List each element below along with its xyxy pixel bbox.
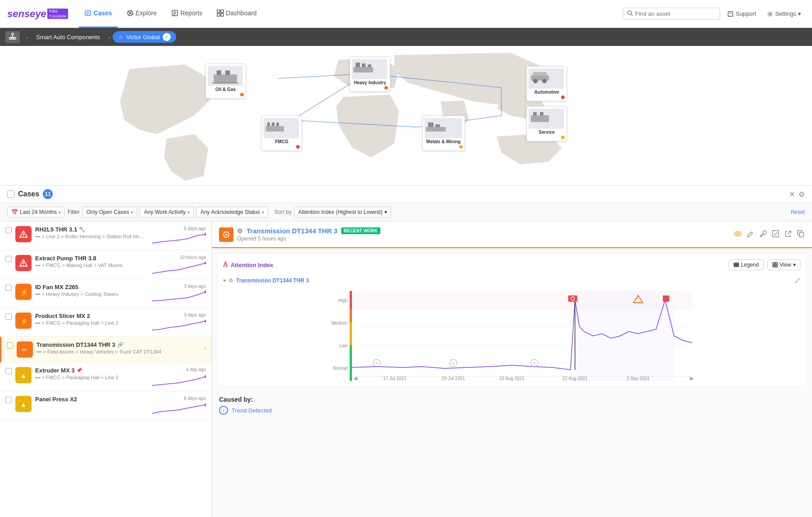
chart-area: Λ Attention Index Legend View ▾: [217, 254, 807, 387]
case-select-arrow: ›: [204, 345, 206, 352]
breadcrumb-site-label: Victor Global: [126, 34, 160, 41]
node-automotive-label: Automotive: [529, 90, 565, 95]
world-map: Oil & Gas Heavy Industry Automotive: [5, 50, 807, 181]
svg-text:22 Aug 2021: 22 Aug 2021: [562, 376, 588, 381]
node-fmcg-label: FMCG: [264, 139, 300, 144]
svg-rect-73: [734, 264, 739, 265]
case-path: ••• > Field Assets > Heavy Vehicles > Tr…: [36, 349, 199, 354]
svg-text:▶: ▶: [690, 375, 694, 381]
logo-pdm: PdMComplete: [47, 9, 68, 19]
svg-rect-74: [734, 266, 739, 267]
case-item[interactable]: ⚡ ID Fan MX Z265 ••• > Heavy Industry > …: [0, 279, 211, 308]
case-checkbox[interactable]: [5, 227, 12, 233]
chart-title: Λ Attention Index: [223, 261, 729, 269]
search-input[interactable]: [635, 10, 716, 17]
site-node-service[interactable]: Service: [526, 106, 567, 141]
case-item[interactable]: Extract Pump THR 3.8 ••• > FMCG > Making…: [0, 250, 211, 279]
ack-status-label: Any Acknowledge Status: [201, 209, 260, 215]
open-cases-filter-btn[interactable]: Only Open Cases ▾: [82, 207, 137, 218]
case-name: RH2L5 THR 3.1 🔧: [35, 226, 148, 233]
site-node-metals-mining[interactable]: Metals & Mining: [422, 116, 465, 151]
settings-filter-btn[interactable]: ⚙: [798, 190, 805, 199]
case-info: ID Fan MX Z265 ••• > Heavy Industry > Co…: [35, 284, 148, 297]
case-name: Panel Press X2: [35, 396, 148, 403]
case-info: Panel Press X2: [35, 396, 148, 403]
svg-rect-41: [266, 126, 284, 132]
svg-text:Medium: Medium: [331, 321, 347, 326]
site-node-heavy-industry[interactable]: Heavy Industry: [350, 57, 390, 92]
breadcrumb-org-icon: [5, 31, 20, 43]
breadcrumb-org[interactable]: Smart Auto Components: [31, 32, 105, 42]
case-severity-icon: ✏: [17, 341, 33, 358]
svg-text:◀: ◀: [353, 375, 358, 381]
support-btn[interactable]: Support: [724, 9, 760, 19]
svg-point-39: [533, 79, 538, 83]
svg-rect-100: [568, 295, 577, 302]
svg-text:▲: ▲: [20, 372, 27, 379]
open-cases-label: Only Open Cases: [87, 209, 129, 215]
svg-point-58: [205, 290, 206, 293]
reset-btn[interactable]: Reset: [791, 209, 805, 215]
svg-text:Normal: Normal: [333, 366, 347, 371]
node-oil-gas-label: Oil & Gas: [208, 87, 244, 92]
case-time: 5 days ago: [184, 226, 206, 231]
legend-btn[interactable]: Legend: [729, 259, 764, 270]
expand-chart-btn[interactable]: ⤢: [794, 276, 801, 286]
breadcrumb-site[interactable]: ☆ Victor Global ✓: [113, 31, 176, 43]
view-btn[interactable]: View ▾: [767, 259, 801, 270]
settings-label: Settings: [775, 10, 796, 17]
caused-by-section: Caused by: ↓ Trend Detected: [212, 392, 812, 418]
ack-status-filter-btn[interactable]: Any Acknowledge Status ▾: [196, 207, 268, 218]
copy-btn[interactable]: [797, 230, 805, 240]
nav-explore-label: Explore: [136, 9, 157, 17]
svg-text:3 Sep 2021: 3 Sep 2021: [626, 376, 650, 381]
sort-caret: ▾: [384, 209, 387, 215]
wrench-btn[interactable]: [759, 230, 767, 240]
svg-rect-45: [426, 127, 446, 132]
case-checkbox[interactable]: [7, 342, 13, 349]
case-item-selected[interactable]: ✏ Transmission DT1344 THR 3 🔗 ••• > Fiel…: [0, 337, 211, 363]
work-activity-caret: ▾: [187, 210, 190, 215]
case-checkbox[interactable]: [5, 285, 12, 291]
case-item[interactable]: ▲ Panel Press X2 6 days ago: [0, 391, 211, 420]
svg-rect-48: [531, 115, 549, 122]
calendar-icon: 📅: [11, 209, 18, 215]
nav-cases[interactable]: Cases: [79, 0, 117, 28]
svg-rect-77: [773, 265, 775, 267]
case-name: Product Slicer MX 2: [35, 313, 148, 319]
settings-btn[interactable]: Settings ▾: [763, 9, 805, 19]
case-item[interactable]: ▲ Extruder MX 3 📌 ••• > FMCG > Packaging…: [0, 363, 211, 391]
external-link-btn[interactable]: [784, 230, 792, 240]
svg-rect-44: [276, 122, 279, 126]
edit-btn[interactable]: [746, 230, 754, 240]
work-activity-filter-btn[interactable]: Any Work Activity ▾: [140, 207, 193, 218]
case-item[interactable]: RH2L5 THR 3.1 🔧 ••• > Line 1 > Roller He…: [0, 222, 211, 250]
nav-reports[interactable]: Reports: [166, 0, 208, 28]
case-name: Extract Pump THR 3.8: [35, 255, 148, 262]
case-checkbox[interactable]: [5, 397, 12, 403]
site-node-oil-gas[interactable]: Oil & Gas: [205, 63, 246, 99]
clear-filters-btn[interactable]: ✕: [789, 190, 795, 199]
collapse-btn[interactable]: ▾: [223, 277, 226, 284]
case-time: 6 days ago: [184, 396, 206, 401]
svg-text:✏: ✏: [22, 346, 27, 354]
nav-explore[interactable]: Explore: [121, 0, 162, 28]
site-node-fmcg[interactable]: FMCG: [261, 116, 302, 151]
nav-dashboard[interactable]: Dashboard: [211, 0, 262, 28]
svg-point-56: [205, 262, 206, 264]
check-btn[interactable]: [771, 230, 780, 240]
eye-btn[interactable]: [734, 230, 742, 240]
sort-btn[interactable]: Attention Index (Highest to Lowest) ▾: [294, 207, 391, 218]
search-box[interactable]: [623, 8, 720, 20]
site-node-automotive[interactable]: Automotive: [526, 66, 567, 101]
case-checkbox[interactable]: [5, 313, 12, 320]
case-item[interactable]: ⚡ Product Slicer MX 2 ••• > FMCG > Packa…: [0, 308, 211, 337]
select-all-checkbox[interactable]: [7, 190, 14, 198]
case-checkbox[interactable]: [5, 368, 12, 374]
case-checkbox[interactable]: [5, 256, 12, 262]
svg-point-69: [737, 232, 739, 235]
top-nav: senseye PdMComplete Cases Explore Report…: [0, 0, 812, 28]
case-path: ••• > FMCG > Packaging Hall > Line 2: [35, 375, 148, 380]
date-filter-btn[interactable]: 📅 Last 24 Months ▾: [7, 207, 65, 218]
asset-type-icon: ⚙: [237, 227, 243, 235]
